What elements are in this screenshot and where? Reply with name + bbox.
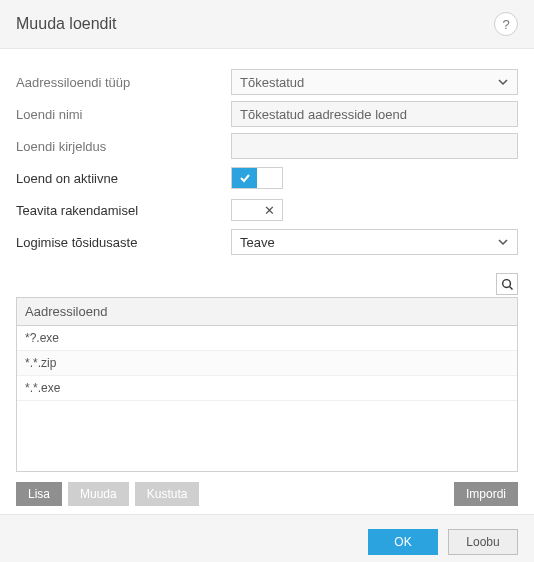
toggle-notify-off: ✕ bbox=[257, 200, 282, 220]
import-button[interactable]: Impordi bbox=[454, 482, 518, 506]
label-desc: Loendi kirjeldus bbox=[16, 139, 231, 154]
add-button[interactable]: Lisa bbox=[16, 482, 62, 506]
list-actions: Lisa Muuda Kustuta Impordi bbox=[16, 482, 518, 506]
label-active: Loend on aktiivne bbox=[16, 171, 231, 186]
dialog-body: Aadressiloendi tüüp Tõkestatud Loendi ni… bbox=[0, 49, 534, 514]
label-notify: Teavita rakendamisel bbox=[16, 203, 231, 218]
select-type-value: Tõkestatud bbox=[240, 75, 304, 90]
dialog: Muuda loendit ? Aadressiloendi tüüp Tõke… bbox=[0, 0, 534, 562]
row-notify: Teavita rakendamisel ✕ bbox=[16, 195, 518, 225]
dialog-title: Muuda loendit bbox=[16, 15, 117, 33]
row-severity: Logimise tõsidusaste Teave bbox=[16, 227, 518, 257]
address-table: Aadressiloend *?.exe *.*.zip *.*.exe bbox=[16, 297, 518, 472]
edit-button[interactable]: Muuda bbox=[68, 482, 129, 506]
chevron-down-icon bbox=[497, 236, 509, 248]
toggle-notify-on bbox=[232, 200, 257, 220]
select-type[interactable]: Tõkestatud bbox=[231, 69, 518, 95]
toggle-active[interactable] bbox=[231, 167, 283, 189]
list-tools bbox=[16, 273, 518, 295]
ok-button[interactable]: OK bbox=[368, 529, 438, 555]
select-severity[interactable]: Teave bbox=[231, 229, 518, 255]
toggle-active-on bbox=[232, 168, 257, 188]
label-severity: Logimise tõsidusaste bbox=[16, 235, 231, 250]
check-icon bbox=[239, 172, 251, 184]
row-desc: Loendi kirjeldus bbox=[16, 131, 518, 161]
help-button[interactable]: ? bbox=[494, 12, 518, 36]
table-row[interactable]: *.*.exe bbox=[17, 376, 517, 401]
input-name[interactable]: Tõkestatud aadresside loend bbox=[231, 101, 518, 127]
toggle-active-off bbox=[257, 168, 282, 188]
table-body: *?.exe *.*.zip *.*.exe bbox=[17, 326, 517, 471]
dialog-footer: OK Loobu bbox=[0, 514, 534, 562]
select-severity-value: Teave bbox=[240, 235, 275, 250]
toggle-notify[interactable]: ✕ bbox=[231, 199, 283, 221]
input-desc[interactable] bbox=[231, 133, 518, 159]
x-icon: ✕ bbox=[264, 203, 275, 218]
label-type: Aadressiloendi tüüp bbox=[16, 75, 231, 90]
table-header[interactable]: Aadressiloend bbox=[17, 298, 517, 326]
chevron-down-icon bbox=[497, 76, 509, 88]
svg-point-0 bbox=[502, 279, 510, 287]
row-type: Aadressiloendi tüüp Tõkestatud bbox=[16, 67, 518, 97]
search-icon bbox=[501, 278, 514, 291]
table-row[interactable]: *?.exe bbox=[17, 326, 517, 351]
cancel-button[interactable]: Loobu bbox=[448, 529, 518, 555]
row-name: Loendi nimi Tõkestatud aadresside loend bbox=[16, 99, 518, 129]
help-icon: ? bbox=[502, 17, 509, 32]
search-button[interactable] bbox=[496, 273, 518, 295]
row-active: Loend on aktiivne bbox=[16, 163, 518, 193]
table-row[interactable]: *.*.zip bbox=[17, 351, 517, 376]
delete-button[interactable]: Kustuta bbox=[135, 482, 200, 506]
dialog-header: Muuda loendit ? bbox=[0, 0, 534, 49]
label-name: Loendi nimi bbox=[16, 107, 231, 122]
input-name-value: Tõkestatud aadresside loend bbox=[240, 107, 407, 122]
